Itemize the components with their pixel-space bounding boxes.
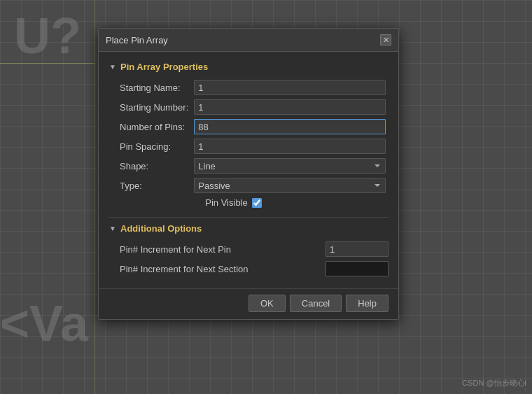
pin-increment-next-pin-row: Pin# Increment for Next Pin <box>108 239 388 259</box>
additional-options-collapse-icon[interactable]: ▼ <box>108 225 117 233</box>
table-row: Shape: Line Short Dot <box>108 156 388 176</box>
starting-name-label: Starting Name: <box>108 78 191 97</box>
table-row: Type: Passive Input Output <box>108 176 388 195</box>
pin-increment-next-section-label: Pin# Increment for Next Section <box>120 264 326 274</box>
pin-increment-next-pin-input[interactable] <box>326 241 388 257</box>
bg-text-u: U? <box>14 7 81 64</box>
pin-visible-checkbox[interactable] <box>252 198 262 208</box>
table-row: Pin Visible <box>108 195 388 210</box>
dialog-footer: OK Cancel Help <box>99 288 398 319</box>
starting-name-input[interactable] <box>194 80 386 95</box>
starting-number-label: Starting Number: <box>108 97 191 117</box>
pin-increment-next-section-input[interactable] <box>326 261 388 276</box>
pin-array-collapse-icon[interactable]: ▼ <box>108 63 117 71</box>
bg-text-va: <Va <box>0 295 88 352</box>
pin-visible-text: Pin Visible <box>205 197 247 208</box>
table-row: Pin Spacing: <box>108 136 388 156</box>
additional-options-section-header: ▼ Additional Options <box>108 223 388 234</box>
table-row: Starting Number: <box>108 97 388 117</box>
pin-spacing-input[interactable] <box>194 139 386 154</box>
pin-increment-next-pin-label: Pin# Increment for Next Pin <box>120 244 326 255</box>
close-button[interactable]: ✕ <box>380 34 391 45</box>
table-row: Starting Name: <box>108 78 388 97</box>
ok-button[interactable]: OK <box>248 295 286 312</box>
pin-spacing-label: Pin Spacing: <box>108 136 191 156</box>
type-label: Type: <box>108 176 191 195</box>
dialog-body: ▼ Pin Array Properties Starting Name: St… <box>99 52 398 288</box>
pin-array-properties-section-header: ▼ Pin Array Properties <box>108 62 388 72</box>
number-of-pins-input[interactable] <box>194 119 386 134</box>
additional-options-title: Additional Options <box>120 223 202 234</box>
bg-line-h <box>0 63 94 64</box>
dialog: Place Pin Array ✕ ▼ Pin Array Properties… <box>98 28 399 320</box>
pin-visible-label <box>108 195 191 210</box>
type-select[interactable]: Passive Input Output <box>194 178 386 193</box>
bg-line-v <box>94 0 95 394</box>
watermark: CSDN @怡步晓心l <box>462 378 526 388</box>
table-row: Number of Pins: <box>108 117 388 136</box>
help-button[interactable]: Help <box>346 295 388 312</box>
shape-select[interactable]: Line Short Dot <box>194 158 386 174</box>
cancel-button[interactable]: Cancel <box>290 295 342 312</box>
starting-number-input[interactable] <box>194 99 386 115</box>
pin-array-properties-title: Pin Array Properties <box>120 62 208 72</box>
dialog-title: Place Pin Array <box>106 35 168 45</box>
pin-visible-row: Pin Visible <box>194 197 386 208</box>
pin-increment-next-section-row: Pin# Increment for Next Section <box>108 259 388 279</box>
shape-label: Shape: <box>108 156 191 176</box>
section-separator <box>108 217 388 218</box>
dialog-titlebar: Place Pin Array ✕ <box>99 29 398 52</box>
pin-array-properties-form: Starting Name: Starting Number: Number o… <box>108 78 388 210</box>
number-of-pins-label: Number of Pins: <box>108 117 191 136</box>
